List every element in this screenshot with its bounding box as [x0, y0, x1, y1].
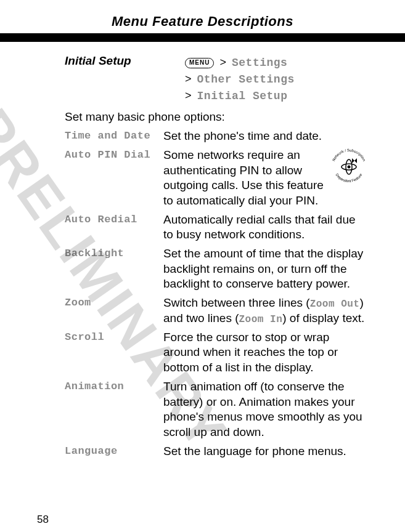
breadcrumb-sep-2: >: [185, 89, 192, 102]
breadcrumb-sep-0: >: [219, 56, 226, 68]
intro-text: Set many basic phone options:: [65, 110, 368, 124]
breadcrumb: MENU > Settings > Other Settings > Initi…: [185, 54, 295, 104]
page-number: 58: [37, 514, 49, 526]
breadcrumb-item-0: Settings: [232, 57, 287, 69]
svg-point-4: [348, 165, 351, 168]
option-label: Backlight: [65, 246, 163, 259]
option-desc-mono: Zoom Out: [310, 299, 360, 310]
option-desc: Automatically redial calls that fail due…: [163, 212, 368, 243]
option-row: Backlight Set the amount of time that th…: [65, 246, 368, 292]
option-label: Scroll: [65, 330, 163, 343]
option-row: Zoom Switch between three lines (Zoom Ou…: [65, 296, 368, 326]
option-desc: Set the amount of time that the display …: [163, 246, 368, 292]
option-desc-part: ) of display text.: [282, 312, 364, 324]
option-row: Time and Date Set the phone's time and d…: [65, 129, 368, 144]
options-list: Time and Date Set the phone's time and d…: [65, 129, 368, 459]
section-title: Initial Setup: [65, 54, 185, 68]
breadcrumb-item-2: Initial Setup: [197, 90, 288, 102]
option-desc: Switch between three lines (Zoom Out) an…: [163, 296, 368, 326]
option-desc: Turn animation off (to conserve the batt…: [163, 379, 368, 440]
option-label: Auto PIN Dial: [65, 148, 163, 161]
menu-key-icon: MENU: [185, 58, 214, 68]
header-underline: [0, 33, 405, 42]
option-row: Animation Turn animation off (to conserv…: [65, 379, 368, 440]
option-desc-text: Some networks require an authenticating …: [163, 148, 324, 207]
option-label: Auto Redial: [65, 212, 163, 225]
option-desc-mono: Zoom In: [239, 314, 283, 325]
breadcrumb-item-1: Other Settings: [197, 73, 295, 86]
header-title: Menu Feature Descriptions: [37, 11, 368, 33]
option-desc: Force the cursor to stop or wrap around …: [163, 330, 368, 376]
option-row: Auto PIN Dial Network / Subscription Dep…: [65, 148, 368, 209]
option-desc-part: Switch between three lines (: [163, 296, 310, 309]
option-label: Zoom: [65, 296, 163, 308]
network-dependent-icon: Network / Subscription Dependent Feature: [330, 148, 368, 186]
option-desc: Network / Subscription Dependent Feature…: [163, 148, 368, 209]
option-label: Animation: [65, 379, 163, 392]
option-row: Auto Redial Automatically redial calls t…: [65, 212, 368, 243]
option-row: Scroll Force the cursor to stop or wrap …: [65, 330, 368, 376]
breadcrumb-sep-1: >: [185, 73, 192, 85]
option-label: Time and Date: [65, 129, 163, 142]
page-header: Menu Feature Descriptions: [37, 11, 368, 42]
option-row: Language Set the language for phone menu…: [65, 444, 368, 459]
option-label: Language: [65, 444, 163, 457]
content: Initial Setup MENU > Settings > Other Se…: [65, 54, 368, 459]
option-desc: Set the language for phone menus.: [163, 444, 368, 459]
option-desc: Set the phone's time and date.: [163, 129, 368, 144]
